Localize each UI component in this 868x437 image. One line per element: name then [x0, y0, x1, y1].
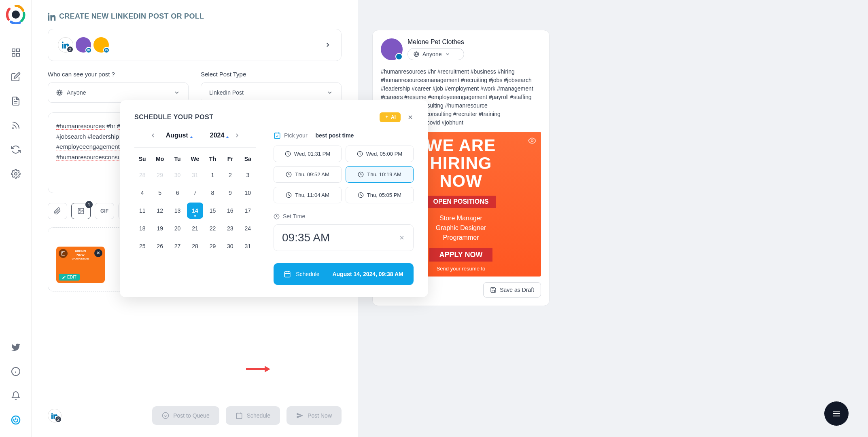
dow-label: Th — [205, 152, 221, 165]
post-type-select[interactable]: LinkedIn Post — [201, 82, 342, 103]
menu-icon — [833, 411, 840, 416]
preview-visibility-pill[interactable]: Anyone — [407, 48, 464, 60]
calendar-day[interactable]: 22 — [205, 220, 221, 236]
dow-label: Fr — [222, 152, 238, 165]
calendar-day[interactable]: 26 — [152, 238, 168, 254]
calendar-day[interactable]: 5 — [152, 185, 168, 201]
time-suggestion[interactable]: Wed, 05:00 PM — [346, 146, 414, 162]
time-suggestion[interactable]: Wed, 01:31 PM — [274, 146, 342, 162]
time-suggestion[interactable]: Thu, 11:04 AM — [274, 187, 342, 203]
app-logo[interactable] — [6, 5, 25, 24]
compose-icon[interactable] — [11, 72, 21, 82]
calendar-day[interactable]: 19 — [152, 220, 168, 236]
selected-count-badge: 2 — [55, 416, 62, 423]
calendar-day[interactable]: 24 — [240, 220, 256, 236]
calendar-day[interactable]: 23 — [222, 220, 238, 236]
gif-button[interactable]: GIF — [95, 203, 114, 219]
svg-marker-45 — [265, 366, 270, 372]
fab-menu-button[interactable] — [824, 401, 849, 426]
close-button[interactable] — [407, 114, 414, 120]
calendar-day[interactable]: 1 — [205, 167, 221, 183]
hero-heading: WE AREHIRINGNOW — [426, 137, 496, 190]
selected-account-avatar[interactable]: 2 — [48, 409, 62, 422]
edit-media-button[interactable]: EDIT — [59, 274, 80, 281]
calendar-day[interactable]: 7 — [187, 185, 203, 201]
account-count-badge: 2 — [66, 46, 74, 53]
calendar-day[interactable]: 10 — [240, 185, 256, 201]
account-avatar[interactable]: in — [93, 37, 109, 53]
page-title: CREATE NEW LINKEDIN POST OR POLL — [59, 12, 204, 21]
calendar-day[interactable]: 17 — [240, 203, 256, 219]
calendar-day[interactable]: 13 — [170, 203, 185, 219]
svg-rect-28 — [274, 133, 280, 139]
account-avatar[interactable]: 2 — [58, 37, 73, 53]
calendar-day[interactable]: 14 — [187, 203, 203, 219]
clear-time-button[interactable] — [399, 234, 405, 241]
calendar-day[interactable]: 15 — [205, 203, 221, 219]
calendar-day[interactable]: 25 — [134, 238, 150, 254]
accounts-selector[interactable]: 2 in in — [48, 29, 342, 61]
account-avatar[interactable]: in — [76, 37, 91, 53]
calendar-day[interactable]: 31 — [240, 238, 256, 254]
calendar-day[interactable]: 31 — [187, 167, 203, 183]
svg-rect-2 — [17, 49, 19, 52]
time-value: 09:35 AM — [282, 231, 330, 244]
time-suggestion[interactable]: Thu, 10:19 AM — [346, 166, 414, 183]
calendar-day[interactable]: 2 — [222, 167, 238, 183]
save-icon — [490, 287, 497, 293]
eye-icon[interactable] — [528, 137, 536, 145]
calendar-day[interactable]: 4 — [134, 185, 150, 201]
recycle-icon[interactable] — [11, 145, 21, 154]
calendar-day[interactable]: 8 — [205, 185, 221, 201]
chevron-down-icon — [445, 51, 450, 57]
dashboard-icon[interactable] — [11, 48, 21, 57]
prev-month-button[interactable] — [150, 132, 156, 139]
calendar-day[interactable]: 20 — [170, 220, 185, 236]
calendar-day[interactable]: 3 — [240, 167, 256, 183]
resume-text: Send your resume to — [437, 266, 486, 272]
ai-badge[interactable]: AI — [380, 112, 401, 122]
schedule-button[interactable]: Schedule — [226, 406, 280, 425]
calendar-day[interactable]: 29 — [205, 238, 221, 254]
post-now-button[interactable]: Post Now — [287, 406, 342, 425]
calendar-day[interactable]: 12 — [152, 203, 168, 219]
calendar-day[interactable]: 30 — [222, 238, 238, 254]
calendar-day[interactable]: 29 — [152, 167, 168, 183]
image-button[interactable]: 1 — [71, 203, 91, 219]
settings-icon[interactable] — [11, 169, 21, 179]
calendar-day[interactable]: 9 — [222, 185, 238, 201]
info-icon[interactable] — [11, 367, 21, 376]
confirm-schedule-button[interactable]: Schedule August 14, 2024, 09:38 AM — [274, 263, 414, 285]
calendar-day[interactable]: 21 — [187, 220, 203, 236]
power-icon[interactable] — [11, 415, 21, 425]
clock-icon — [286, 171, 292, 177]
post-to-queue-button[interactable]: Post to Queue — [152, 406, 219, 425]
remove-media-button[interactable]: ✕ — [94, 249, 102, 257]
month-select[interactable]: August — [166, 132, 188, 139]
visibility-value: Anyone — [67, 89, 86, 96]
dow-label: Tu — [170, 152, 185, 165]
time-input[interactable]: 09:35 AM — [274, 224, 414, 251]
next-month-button[interactable] — [234, 132, 240, 139]
time-suggestion[interactable]: Thu, 09:52 AM — [274, 166, 342, 183]
calendar-day[interactable]: 11 — [134, 203, 150, 219]
visibility-select[interactable]: Anyone — [48, 82, 189, 103]
calendar-day[interactable]: 28 — [187, 238, 203, 254]
bell-icon[interactable] — [11, 391, 21, 401]
calendar-day[interactable]: 28 — [134, 167, 150, 183]
time-suggestion[interactable]: Thu, 05:05 PM — [346, 187, 414, 203]
calendar-day[interactable]: 27 — [170, 238, 185, 254]
calendar-day[interactable]: 16 — [222, 203, 238, 219]
calendar-day[interactable]: 30 — [170, 167, 185, 183]
calendar-day[interactable]: 6 — [170, 185, 185, 201]
posts-icon[interactable] — [11, 96, 21, 106]
attach-button[interactable] — [48, 203, 67, 219]
twitter-icon[interactable] — [11, 342, 21, 352]
time-panel: Pick your best post time Wed, 01:31 PMWe… — [274, 132, 414, 285]
save-draft-button[interactable]: Save as Draft — [483, 282, 541, 298]
media-thumbnail[interactable]: ✕ HIRINGNOWOPEN POSITIONS EDIT — [56, 247, 105, 283]
feed-icon[interactable] — [11, 120, 21, 130]
calendar-day[interactable]: 18 — [134, 220, 150, 236]
action-bar: 2 Post to Queue Schedule Post Now — [48, 397, 342, 425]
year-select[interactable]: 2024 — [210, 132, 225, 139]
